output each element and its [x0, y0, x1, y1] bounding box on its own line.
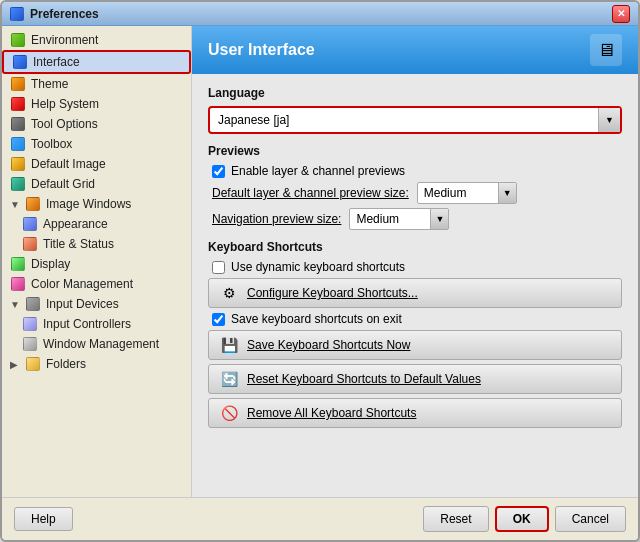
- sidebar-label-toolbox: Toolbox: [31, 137, 72, 151]
- configure-shortcuts-label: Configure Keyboard Shortcuts...: [247, 286, 418, 300]
- configure-shortcuts-icon: ⚙: [219, 283, 239, 303]
- language-row: Japanese [ja] System Language English [e…: [208, 106, 622, 134]
- ok-button[interactable]: OK: [495, 506, 549, 532]
- language-select-wrapper[interactable]: Japanese [ja] System Language English [e…: [208, 106, 622, 134]
- sidebar-label-default-grid: Default Grid: [31, 177, 95, 191]
- previews-section-title: Previews: [208, 144, 622, 158]
- app-icon: [10, 7, 24, 21]
- help-button[interactable]: Help: [14, 507, 73, 531]
- default-preview-size-wrapper[interactable]: Medium Tiny Small Large Extra Large ▼: [417, 182, 517, 204]
- window-management-icon: [22, 336, 38, 352]
- close-button[interactable]: ✕: [612, 5, 630, 23]
- dynamic-shortcuts-label: Use dynamic keyboard shortcuts: [231, 260, 405, 274]
- enable-previews-row: Enable layer & channel previews: [208, 164, 622, 178]
- reset-shortcuts-button[interactable]: 🔄 Reset Keyboard Shortcuts to Default Va…: [208, 364, 622, 394]
- reset-button[interactable]: Reset: [423, 506, 488, 532]
- image-windows-icon: [25, 196, 41, 212]
- sidebar-item-appearance[interactable]: Appearance: [2, 214, 191, 234]
- save-shortcuts-icon: 💾: [219, 335, 239, 355]
- sidebar-label-theme: Theme: [31, 77, 68, 91]
- enable-previews-label: Enable layer & channel previews: [231, 164, 405, 178]
- panel-body: Language Japanese [ja] System Language E…: [192, 74, 638, 497]
- dynamic-shortcuts-checkbox[interactable]: [212, 261, 225, 274]
- dynamic-shortcuts-row: Use dynamic keyboard shortcuts: [208, 260, 622, 274]
- sidebar-label-input-devices: Input Devices: [46, 297, 119, 311]
- sidebar-item-window-management[interactable]: Window Management: [2, 334, 191, 354]
- enable-previews-checkbox[interactable]: [212, 165, 225, 178]
- bottom-right: Reset OK Cancel: [423, 506, 626, 532]
- sidebar-item-help[interactable]: Help System: [2, 94, 191, 114]
- help-icon: [10, 96, 26, 112]
- default-preview-size-select[interactable]: Medium Tiny Small Large Extra Large: [418, 184, 498, 202]
- sidebar-item-tool-options[interactable]: Tool Options: [2, 114, 191, 134]
- default-preview-size-row: Default layer & channel preview size: Me…: [208, 182, 622, 204]
- remove-shortcuts-button[interactable]: 🚫 Remove All Keyboard Shortcuts: [208, 398, 622, 428]
- titlebar-left: Preferences: [10, 7, 99, 21]
- language-select[interactable]: Japanese [ja] System Language English [e…: [210, 109, 598, 131]
- remove-shortcuts-icon: 🚫: [219, 403, 239, 423]
- sidebar-item-input-controllers[interactable]: Input Controllers: [2, 314, 191, 334]
- sidebar-item-toolbox[interactable]: Toolbox: [2, 134, 191, 154]
- sidebar-item-default-image[interactable]: Default Image: [2, 154, 191, 174]
- nav-preview-dropdown-arrow[interactable]: ▼: [430, 209, 448, 229]
- expand-icon-folders: ▶: [10, 359, 20, 370]
- interface-icon: [12, 54, 28, 70]
- panel-header: User Interface 🖥: [192, 26, 638, 74]
- reset-shortcuts-icon: 🔄: [219, 369, 239, 389]
- sidebar-label-appearance: Appearance: [43, 217, 108, 231]
- window-title: Preferences: [30, 7, 99, 21]
- folders-icon: [25, 356, 41, 372]
- keyboard-section-title: Keyboard Shortcuts: [208, 240, 622, 254]
- display-icon: [10, 256, 26, 272]
- bottom-left: Help: [14, 507, 73, 531]
- configure-shortcuts-button[interactable]: ⚙ Configure Keyboard Shortcuts...: [208, 278, 622, 308]
- appearance-icon: [22, 216, 38, 232]
- sidebar-item-display[interactable]: Display: [2, 254, 191, 274]
- nav-preview-size-select[interactable]: Medium Tiny Small Large Extra Large: [350, 210, 430, 228]
- sidebar-item-input-devices[interactable]: ▼ Input Devices: [2, 294, 191, 314]
- save-on-exit-checkbox[interactable]: [212, 313, 225, 326]
- sidebar-item-image-windows[interactable]: ▼ Image Windows: [2, 194, 191, 214]
- sidebar: Environment Interface Theme: [2, 26, 192, 497]
- input-devices-icon: [25, 296, 41, 312]
- input-controllers-icon: [22, 316, 38, 332]
- remove-shortcuts-label: Remove All Keyboard Shortcuts: [247, 406, 416, 420]
- tool-options-icon: [10, 116, 26, 132]
- save-shortcuts-now-button[interactable]: 💾 Save Keyboard Shortcuts Now: [208, 330, 622, 360]
- nav-preview-size-wrapper[interactable]: Medium Tiny Small Large Extra Large ▼: [349, 208, 449, 230]
- toolbox-icon: [10, 136, 26, 152]
- titlebar: Preferences ✕: [2, 2, 638, 26]
- sidebar-label-folders: Folders: [46, 357, 86, 371]
- save-shortcuts-label: Save Keyboard Shortcuts Now: [247, 338, 410, 352]
- sidebar-label-display: Display: [31, 257, 70, 271]
- preferences-window: Preferences ✕ Environment Interface: [0, 0, 640, 542]
- save-on-exit-row: Save keyboard shortcuts on exit: [208, 312, 622, 326]
- sidebar-item-environment[interactable]: Environment: [2, 30, 191, 50]
- default-preview-size-label: Default layer & channel preview size:: [212, 186, 409, 200]
- cancel-button[interactable]: Cancel: [555, 506, 626, 532]
- sidebar-item-title-status[interactable]: Title & Status: [2, 234, 191, 254]
- right-panel: User Interface 🖥 Language Japanese [ja] …: [192, 26, 638, 497]
- sidebar-item-folders[interactable]: ▶ Folders: [2, 354, 191, 374]
- default-preview-dropdown-arrow[interactable]: ▼: [498, 183, 516, 203]
- panel-header-icon: 🖥: [590, 34, 622, 66]
- sidebar-item-default-grid[interactable]: Default Grid: [2, 174, 191, 194]
- sidebar-label-help: Help System: [31, 97, 99, 111]
- sidebar-label-title-status: Title & Status: [43, 237, 114, 251]
- default-image-icon: [10, 156, 26, 172]
- language-dropdown-arrow[interactable]: ▼: [598, 108, 620, 132]
- sidebar-item-color-management[interactable]: Color Management: [2, 274, 191, 294]
- sidebar-label-image-windows: Image Windows: [46, 197, 131, 211]
- sidebar-label-default-image: Default Image: [31, 157, 106, 171]
- default-grid-icon: [10, 176, 26, 192]
- sidebar-label-input-controllers: Input Controllers: [43, 317, 131, 331]
- panel-title: User Interface: [208, 41, 315, 59]
- expand-icon-input-devices: ▼: [10, 299, 20, 310]
- theme-icon: [10, 76, 26, 92]
- sidebar-item-interface[interactable]: Interface: [2, 50, 191, 74]
- expand-icon-image-windows: ▼: [10, 199, 20, 210]
- sidebar-item-theme[interactable]: Theme: [2, 74, 191, 94]
- environment-icon: [10, 32, 26, 48]
- save-on-exit-label: Save keyboard shortcuts on exit: [231, 312, 402, 326]
- color-management-icon: [10, 276, 26, 292]
